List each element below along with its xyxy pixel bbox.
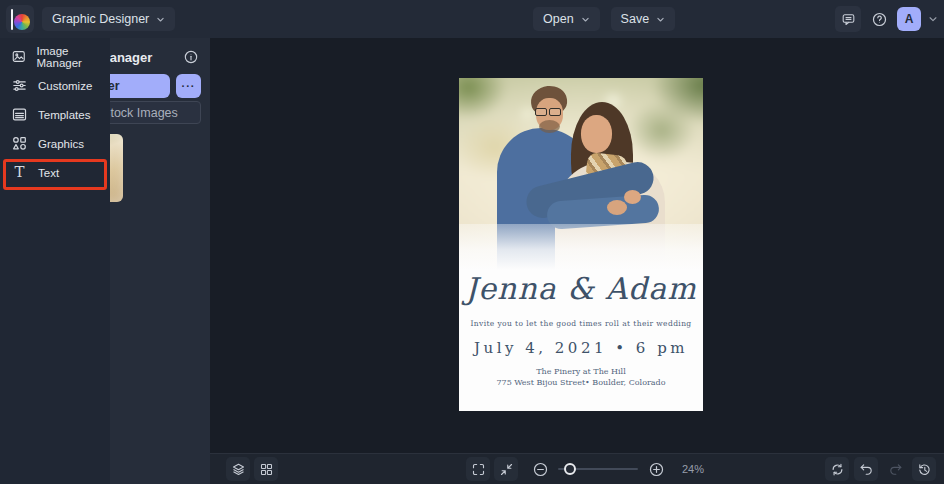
more-sources-button[interactable]: ··· (176, 74, 201, 98)
sidebar-menu: Image Manager Customize Templates Graphi… (0, 38, 110, 187)
history-button[interactable] (912, 457, 936, 481)
wedding-invitation-design[interactable]: Jenna & Adam Invite you to let the good … (459, 78, 703, 411)
befunky-logo-button[interactable] (6, 5, 34, 33)
avatar[interactable]: A (897, 7, 921, 31)
undo-icon (859, 462, 874, 477)
befunky-logo-icon (11, 9, 30, 30)
fullscreen-button[interactable] (466, 457, 490, 481)
redo-button[interactable] (883, 457, 907, 481)
topbar: Graphic Designer Open Save A (0, 0, 944, 38)
pages-button[interactable] (254, 457, 278, 481)
fit-to-screen-icon (499, 462, 514, 477)
info-icon (183, 49, 199, 65)
zoom-controls: 24% (466, 457, 704, 481)
sidebar-item-customize[interactable]: Customize (0, 71, 110, 100)
couple-photo[interactable] (459, 78, 703, 270)
help-button[interactable] (866, 6, 892, 32)
sidebar-item-label: Customize (38, 80, 92, 92)
invitation-names-text[interactable]: Jenna & Adam (459, 271, 703, 306)
history-tools (825, 457, 936, 481)
open-button[interactable]: Open (533, 7, 600, 31)
sidebar-item-text[interactable]: T Text (0, 158, 110, 187)
invitation-tagline-text[interactable]: Invite you to let the good times roll at… (459, 319, 703, 328)
sidebar-item-label: Templates (38, 109, 90, 121)
sidebar-item-image-manager[interactable]: Image Manager (0, 42, 110, 71)
zoom-out-button[interactable] (528, 457, 552, 481)
layers-icon (231, 462, 246, 477)
text-icon: T (11, 165, 28, 180)
chat-bubble-icon (841, 12, 856, 27)
grid-icon (259, 462, 274, 477)
reset-icon (830, 462, 845, 477)
chevron-down-icon (156, 15, 165, 24)
templates-icon (11, 106, 28, 123)
redo-icon (888, 462, 903, 477)
feedback-button[interactable] (835, 6, 861, 32)
fullscreen-icon (471, 462, 486, 477)
bottom-left-tools (226, 457, 278, 481)
invitation-date-text[interactable]: July 4, 2021 • 6 pm (459, 339, 703, 357)
bottom-toolbar: 24% (210, 453, 944, 484)
chevron-down-icon (928, 14, 938, 24)
account-menu-button[interactable] (926, 14, 940, 24)
chevron-down-icon (656, 15, 665, 24)
shapes-icon (11, 135, 28, 152)
sidebar-item-templates[interactable]: Templates (0, 100, 110, 129)
open-label: Open (543, 12, 574, 26)
save-label: Save (621, 12, 650, 26)
undo-button[interactable] (854, 457, 878, 481)
image-icon (11, 48, 27, 65)
sidebar-item-label: Text (38, 167, 59, 179)
minus-circle-icon (532, 461, 549, 478)
avatar-initial: A (905, 12, 914, 26)
canvas-area[interactable]: Jenna & Adam Invite you to let the good … (210, 38, 944, 484)
sidebar-item-label: Image Manager (37, 45, 110, 69)
reset-button[interactable] (825, 457, 849, 481)
sidebar-item-label: Graphics (38, 138, 84, 150)
app-menu-button[interactable]: Graphic Designer (42, 7, 175, 31)
layers-button[interactable] (226, 457, 250, 481)
graphic-designer-app: Graphic Designer Open Save A (0, 0, 944, 484)
save-button[interactable]: Save (611, 7, 676, 31)
plus-circle-icon (648, 461, 665, 478)
question-circle-icon (871, 11, 888, 28)
info-button[interactable] (183, 49, 199, 65)
zoom-in-button[interactable] (644, 457, 668, 481)
topbar-right-group: A (835, 6, 940, 32)
sidebar: Image Manager Customize Templates Graphi… (0, 38, 110, 484)
chevron-down-icon (581, 15, 590, 24)
zoom-slider-knob[interactable] (564, 463, 576, 475)
zoom-slider[interactable] (558, 468, 638, 470)
file-actions: Open Save (533, 7, 675, 31)
fit-to-screen-button[interactable] (494, 457, 518, 481)
zoom-level-label: 24% (682, 463, 704, 475)
invitation-address-text[interactable]: 775 West Bijou Street• Boulder, Colorado (459, 378, 703, 387)
invitation-venue-text[interactable]: The Pinery at The Hill (459, 367, 703, 376)
history-icon (917, 462, 932, 477)
sliders-icon (11, 77, 28, 94)
app-menu-label: Graphic Designer (52, 12, 149, 26)
sidebar-item-graphics[interactable]: Graphics (0, 129, 110, 158)
